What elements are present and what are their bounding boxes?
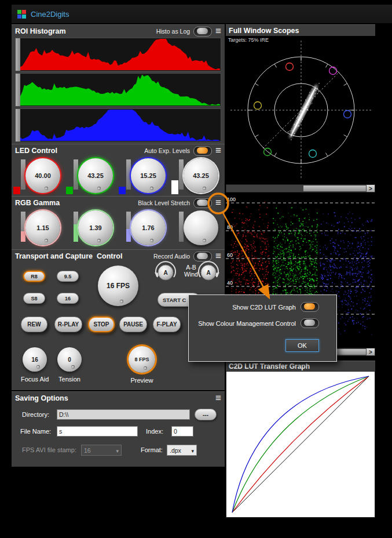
- preview-value: 8 FPS: [134, 357, 149, 362]
- histo-as-log-toggle[interactable]: [193, 27, 212, 37]
- red-histogram: [15, 38, 221, 71]
- tension-knob[interactable]: 0: [57, 347, 82, 372]
- scroll-right-button[interactable]: >: [367, 185, 375, 192]
- led-green-knob[interactable]: 43.25: [78, 158, 113, 193]
- file-name-input[interactable]: [57, 426, 138, 437]
- scroll-thumb[interactable]: [303, 186, 366, 191]
- show-c2d-lut-graph-toggle[interactable]: [301, 302, 319, 312]
- fps-knob[interactable]: 16 FPS: [98, 266, 138, 306]
- gamma-green-cell: 1.39: [65, 208, 118, 249]
- directory-label: Directory:: [22, 411, 49, 418]
- stop-button[interactable]: STOP: [88, 317, 115, 332]
- wf-tick-100: 100: [227, 197, 236, 202]
- fps-stamp-value: 16: [84, 447, 91, 454]
- gamma-red-value: 1.15: [36, 224, 49, 231]
- led-control-title: LED Control: [15, 147, 57, 155]
- roi-menu-icon[interactable]: [215, 27, 221, 35]
- gamma-red-knob[interactable]: 1.15: [25, 210, 60, 245]
- gamma-red-meter: [21, 212, 25, 242]
- black-level-stretch-toggle[interactable]: [193, 198, 212, 208]
- focus-aid-group: 16 Focus Aid: [21, 347, 49, 383]
- file-name-label: File Name:: [20, 428, 51, 435]
- lut-header: C2D LUT Transfer Graph: [226, 361, 375, 371]
- led-blue-cell: 15.25: [118, 156, 171, 197]
- led-blue-knob[interactable]: 15.25: [131, 158, 166, 193]
- show-colour-management-label: Show Colour Management Control: [198, 320, 296, 327]
- focus-aid-knob[interactable]: 16: [23, 347, 47, 372]
- panel-roi-histogram: ROI Histogram Histo as Log: [12, 24, 225, 144]
- focus-aid-value: 16: [32, 357, 38, 363]
- led-red-knob[interactable]: 40.00: [25, 158, 60, 193]
- tension-group: 0 Tension: [57, 347, 82, 383]
- panel-led-control: LED Control Auto Exp. Levels 40.00 43.25…: [12, 144, 225, 196]
- rew-button[interactable]: REW: [21, 317, 47, 332]
- led-blue-value: 15.25: [140, 172, 156, 179]
- red-target: [286, 63, 294, 71]
- panel-saving-options: Saving Options Directory: --- File Name:…: [12, 391, 225, 467]
- format-s8-button[interactable]: S8: [23, 293, 45, 304]
- green-channel-chip: [66, 187, 73, 194]
- scopes-title: Full Window Scopes: [229, 27, 299, 35]
- led-master-knob[interactable]: 43.25: [184, 158, 218, 193]
- pause-button[interactable]: PAUSE: [119, 317, 147, 332]
- led-green-cell: 43.25: [65, 156, 118, 197]
- fps-stamp-select[interactable]: 16: [81, 445, 122, 456]
- master-level-meter: [179, 159, 184, 190]
- led-red-value: 40.00: [35, 172, 51, 179]
- directory-input[interactable]: [57, 409, 190, 420]
- led-green-value: 43.25: [87, 172, 104, 179]
- white-channel-chip: [171, 180, 178, 194]
- gamma-master-meter: [179, 212, 184, 242]
- histogram-gutter: [16, 109, 20, 141]
- led-red-cell: 40.00: [13, 156, 65, 197]
- scroll-right-button[interactable]: >: [367, 348, 375, 355]
- chevron-down-icon: [116, 447, 119, 454]
- gamma-menu-icon[interactable]: [215, 199, 221, 207]
- scopes-header: Full Window Scopes: [226, 24, 375, 36]
- gamma-blue-cell: 1.76: [118, 208, 171, 249]
- gamma-blue-meter: [126, 212, 131, 242]
- gamma-blue-knob[interactable]: 1.76: [131, 210, 166, 245]
- blue-target: [344, 111, 351, 118]
- index-input[interactable]: [171, 426, 193, 437]
- preview-knob[interactable]: 8 FPS: [129, 346, 155, 373]
- wind-knob-a-right[interactable]: A: [196, 257, 221, 284]
- show-c2d-lut-graph-label: Show C2D LUT Graph: [232, 304, 296, 311]
- r-play-button[interactable]: R-PLAY: [54, 317, 82, 332]
- tension-label: Tension: [58, 376, 80, 383]
- wind-knob-a-label: A: [163, 270, 167, 276]
- auto-exp-levels-label: Auto Exp. Levels: [144, 147, 190, 154]
- gamma-green-value: 1.39: [89, 224, 101, 231]
- auto-exp-levels-toggle[interactable]: [193, 146, 212, 156]
- gamma-green-knob[interactable]: 1.39: [78, 210, 113, 245]
- panel-rgb-gamma: RGB Gamma Black Level Stretch 1.15 1.39 …: [12, 196, 225, 249]
- app-root: Cine2Digits ROI Histogram Histo as Log L…: [0, 0, 392, 538]
- index-label: Index:: [146, 428, 163, 435]
- window-title: Cine2Digits: [31, 10, 69, 19]
- focus-aid-label: Focus Aid: [21, 376, 49, 383]
- f-play-button[interactable]: F-PLAY: [153, 317, 181, 332]
- format-16-button[interactable]: 16: [57, 293, 79, 304]
- wind-knob-a-left[interactable]: A: [153, 257, 178, 284]
- format-9_5-button[interactable]: 9.5: [57, 271, 79, 282]
- saving-menu-icon[interactable]: [215, 394, 221, 402]
- titlebar: Cine2Digits: [12, 5, 392, 23]
- rgb-gamma-title: RGB Gamma: [15, 199, 60, 207]
- format-select[interactable]: .dpx: [167, 445, 197, 456]
- wf-tick-60: 60: [227, 252, 233, 258]
- scope-scrollbar[interactable]: >: [226, 184, 375, 192]
- browse-button[interactable]: ---: [195, 409, 217, 420]
- options-popup: Show C2D LUT Graph Show Colour Managemen…: [188, 295, 337, 362]
- gamma-master-knob[interactable]: [184, 210, 218, 245]
- histo-as-log-label: Histo as Log: [156, 28, 190, 35]
- led-menu-icon[interactable]: [215, 147, 221, 155]
- transport-title: Transport and Capture Control: [15, 252, 122, 260]
- ok-button[interactable]: OK: [285, 339, 319, 352]
- format-r8-button[interactable]: R8: [23, 271, 45, 282]
- blue-channel-chip: [119, 187, 126, 194]
- vectorscope-area: Targets: 75% IRE: [226, 36, 375, 184]
- format-value: .dpx: [170, 447, 181, 454]
- show-colour-management-toggle[interactable]: [301, 318, 319, 328]
- gamma-red-cell: 1.15: [13, 208, 65, 249]
- green-histogram: [15, 73, 221, 107]
